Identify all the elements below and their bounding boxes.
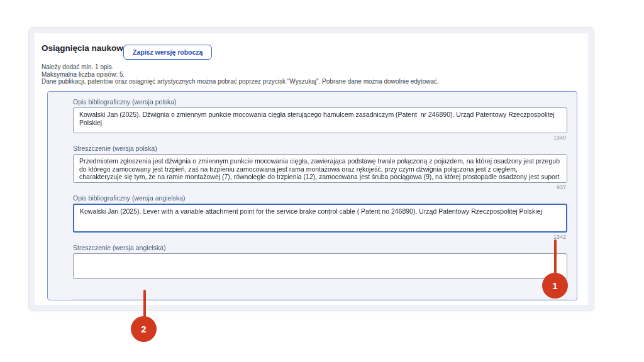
abstract-pl-input[interactable] — [73, 154, 567, 183]
annotation-marker-1: 1 — [542, 273, 568, 299]
bibliographic-en-label: Opis bibliograficzny (wersja angielska) — [73, 194, 567, 202]
save-draft-button[interactable]: Zapisz wersję roboczą — [123, 45, 212, 60]
bibliographic-pl-label: Opis bibliograficzny (wersja polska) — [73, 98, 567, 106]
annotation-line-2 — [143, 290, 146, 319]
annotation-line-1 — [554, 239, 557, 275]
field-abstract-en: Streszczenie (wersja angielska) 1500 — [73, 244, 567, 290]
annotation-marker-2: 2 — [131, 316, 157, 342]
card-content: Osiągnięcia naukowe Zapisz wersję robocz… — [35, 33, 588, 305]
abstract-pl-label: Streszczenie (wersja polska) — [73, 145, 567, 152]
page-title: Osiągnięcia naukowe — [42, 43, 128, 53]
field-abstract-pl: Streszczenie (wersja polska) 937 — [73, 145, 567, 194]
abstract-pl-counter: 937 — [73, 183, 567, 194]
bibliographic-pl-input[interactable] — [73, 107, 567, 133]
hint-min-descriptions: Należy dodać min. 1 opis. — [42, 63, 439, 71]
form-hints: Należy dodać min. 1 opis. Maksymalna lic… — [42, 63, 439, 85]
hint-search-info: Dane publikacji, patentów oraz osiągnięć… — [42, 78, 439, 85]
hint-max-descriptions: Maksymalna liczba opisów: 5. — [42, 71, 439, 79]
actions-divider — [73, 299, 567, 300]
bibliographic-pl-counter: 1340 — [73, 133, 567, 145]
description-form-panel: Opis bibliograficzny (wersja polska) 134… — [47, 91, 577, 300]
bibliographic-en-input[interactable] — [73, 204, 567, 233]
abstract-en-counter: 1500 — [73, 279, 567, 290]
bibliographic-en-counter: 1342 — [73, 233, 567, 244]
field-bibliographic-pl: Opis bibliograficzny (wersja polska) 134… — [73, 98, 567, 145]
abstract-en-input[interactable] — [73, 253, 567, 279]
abstract-en-label: Streszczenie (wersja angielska) — [73, 244, 567, 251]
field-bibliographic-en: Opis bibliograficzny (wersja angielska) … — [73, 194, 567, 244]
achievements-card: Osiągnięcia naukowe Zapisz wersję robocz… — [29, 28, 594, 310]
